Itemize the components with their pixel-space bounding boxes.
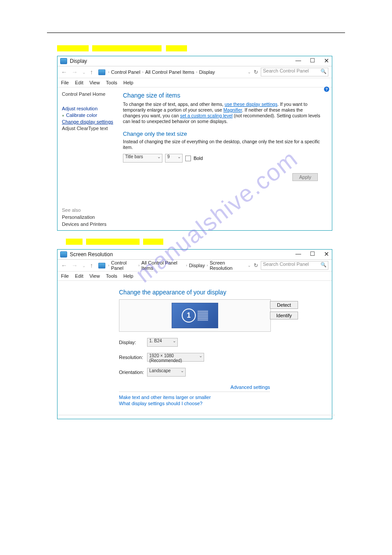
window-screen-resolution: Screen Resolution — ☐ ✕ ← → ⌄ ↑ › Contro… [57, 249, 332, 419]
search-input[interactable]: Search Control Panel [261, 68, 328, 76]
content-pane: ? Change size of items To change the siz… [116, 87, 332, 230]
apply-button[interactable]: Apply [292, 173, 318, 181]
menu-bar: File Edit View Tools Help [58, 78, 332, 87]
highlight-row-1 [57, 45, 392, 52]
menu-edit[interactable]: Edit [75, 273, 83, 279]
label-bold: Bold [194, 156, 203, 161]
highlight-row-2 [66, 239, 392, 246]
menu-help[interactable]: Help [123, 80, 133, 85]
path-icon [98, 263, 105, 268]
heading-change-size: Change size of items [123, 92, 321, 99]
text-size-paragraph: Instead of changing the size of everythi… [123, 139, 321, 150]
sidebar-home[interactable]: Control Panel Home [62, 91, 116, 97]
menu-file[interactable]: File [61, 273, 69, 279]
menu-tools[interactable]: Tools [106, 80, 117, 85]
nav-forward-icon[interactable]: → [72, 262, 78, 269]
page-rule [47, 33, 345, 33]
sidebar-change-display-settings[interactable]: Change display settings [62, 119, 116, 124]
heading-text-size: Change only the text size [123, 131, 321, 137]
menu-help[interactable]: Help [123, 273, 133, 279]
nav-back-icon[interactable]: ← [61, 69, 67, 76]
label-orientation: Orientation: [119, 370, 147, 375]
nav-back-icon[interactable]: ← [61, 262, 67, 269]
help-icon[interactable]: ? [324, 87, 329, 92]
breadcrumb-item[interactable]: Screen Resolution [210, 260, 244, 271]
dialog-buttons: OK Cancel Apply [58, 415, 335, 419]
detect-button[interactable]: Detect [270, 301, 298, 309]
breadcrumb-item[interactable]: All Control Panel Items [141, 260, 184, 271]
menu-view[interactable]: View [90, 273, 100, 279]
refresh-icon[interactable]: ↻ [254, 262, 258, 268]
see-also: See also Personalization Devices and Pri… [62, 207, 107, 227]
nav-forward-icon[interactable]: → [72, 69, 78, 76]
address-bar: ← → ⌄ ↑ › Control Panel› All Control Pan… [58, 66, 332, 78]
link-what-settings[interactable]: What display settings should I choose? [119, 401, 332, 406]
window-display: Display — ☐ ✕ ← → ⌄ ↑ › Control Panel› A… [57, 56, 332, 231]
see-also-devices-printers[interactable]: Devices and Printers [62, 221, 107, 227]
refresh-icon[interactable]: ↻ [254, 69, 258, 75]
see-also-heading: See also [62, 207, 107, 213]
app-icon [60, 251, 67, 258]
select-item[interactable]: Title bars [123, 154, 162, 163]
close-icon[interactable]: ✕ [324, 250, 329, 258]
link-magnifier[interactable]: Magnifier [223, 107, 242, 112]
select-orientation[interactable]: Landscape [147, 368, 186, 377]
breadcrumb-item[interactable]: Display [199, 69, 215, 75]
heading-appearance: Change the appearance of your display [119, 289, 332, 296]
sidebar-adjust-resolution[interactable]: Adjust resolution [62, 106, 116, 111]
sidebar-calibrate-color[interactable]: Calibrate color [62, 112, 116, 118]
nav-up-icon[interactable]: ↑ [90, 69, 93, 76]
search-input[interactable]: Search Control Panel [261, 261, 328, 270]
breadcrumb-item[interactable]: Control Panel [111, 260, 137, 271]
chevron-down-icon[interactable]: ⌄ [248, 263, 251, 268]
nav-up-icon[interactable]: ↑ [90, 262, 93, 269]
select-font-size[interactable]: 9 [165, 154, 183, 163]
address-bar: ← → ⌄ ↑ › Control Panel› All Control Pan… [58, 260, 332, 272]
monitor-icon[interactable]: 1 [172, 303, 218, 328]
label-resolution: Resolution: [119, 355, 147, 360]
window-title: Display [70, 58, 87, 64]
app-icon [60, 58, 67, 64]
titlebar[interactable]: Display — ☐ ✕ [58, 56, 332, 66]
titlebar[interactable]: Screen Resolution — ☐ ✕ [58, 250, 332, 260]
maximize-icon[interactable]: ☐ [310, 57, 315, 64]
checkbox-bold[interactable] [185, 156, 191, 161]
minimize-icon[interactable]: — [295, 57, 301, 64]
select-display[interactable]: 1. B24 [147, 338, 178, 347]
menu-file[interactable]: File [61, 80, 69, 85]
see-also-personalization[interactable]: Personalization [62, 214, 107, 220]
link-larger-smaller[interactable]: Make text and other items larger or smal… [119, 395, 332, 400]
menu-view[interactable]: View [90, 80, 100, 85]
menu-edit[interactable]: Edit [75, 80, 83, 85]
menu-tools[interactable]: Tools [106, 273, 117, 279]
sidebar: Control Panel Home Adjust resolution Cal… [58, 87, 116, 230]
link-custom-scaling[interactable]: set a custom scaling level [180, 113, 233, 118]
monitor-number: 1 [182, 308, 196, 323]
nav-recent-icon[interactable]: ⌄ [82, 70, 86, 75]
chevron-down-icon[interactable]: ⌄ [248, 70, 251, 74]
window-title: Screen Resolution [70, 251, 113, 258]
label-display: Display: [119, 340, 147, 345]
link-advanced-settings[interactable]: Advanced settings [119, 385, 270, 390]
breadcrumb-item[interactable]: All Control Panel Items [145, 69, 194, 75]
breadcrumb[interactable]: › Control Panel› All Control Panel Items… [108, 69, 244, 75]
content-pane: Change the appearance of your display 1 … [58, 281, 332, 406]
close-icon[interactable]: ✕ [324, 57, 329, 64]
path-icon [98, 69, 105, 75]
breadcrumb[interactable]: › Control Panel› All Control Panel Items… [108, 260, 244, 271]
monitor-grid-icon [198, 310, 208, 321]
nav-recent-icon[interactable]: ⌄ [82, 263, 86, 268]
display-preview: 1 [119, 299, 271, 332]
breadcrumb-item[interactable]: Display [189, 263, 205, 268]
intro-paragraph: To change the size of text, apps, and ot… [123, 102, 321, 124]
minimize-icon[interactable]: — [295, 250, 301, 258]
sidebar-cleartype[interactable]: Adjust ClearType text [62, 126, 116, 131]
select-resolution[interactable]: 1920 × 1080 (Recommended) [147, 353, 204, 362]
maximize-icon[interactable]: ☐ [310, 250, 315, 258]
breadcrumb-item[interactable]: Control Panel [111, 69, 140, 75]
identify-button[interactable]: Identify [270, 312, 298, 319]
link-display-settings[interactable]: use these display settings [225, 102, 277, 107]
menu-bar: File Edit View Tools Help [58, 272, 332, 281]
